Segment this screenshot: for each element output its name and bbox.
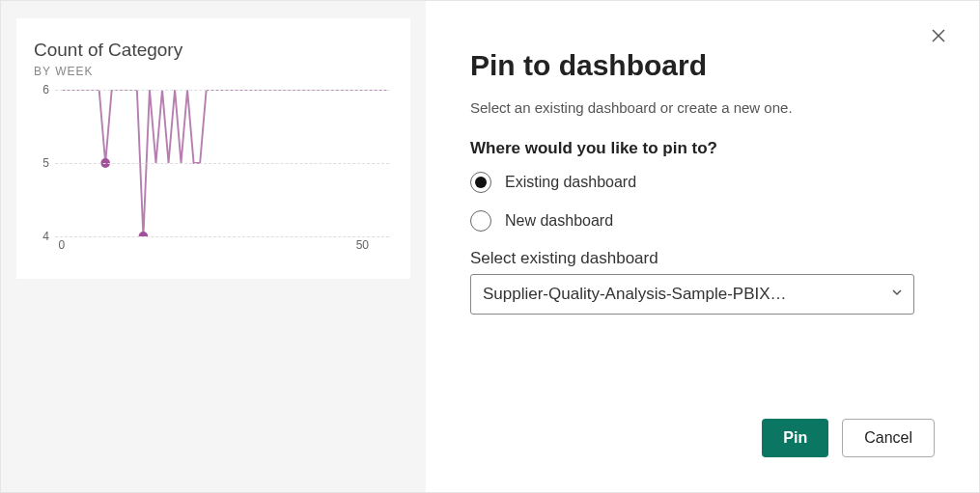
- pin-target-heading: Where would you like to pin to?: [470, 139, 935, 158]
- radio-button-icon: [470, 210, 491, 232]
- close-icon: [931, 28, 946, 43]
- dialog-subtitle: Select an existing dashboard or create a…: [470, 99, 935, 116]
- select-dashboard-label: Select existing dashboard: [470, 249, 935, 268]
- dashboard-select-value: Supplier-Quality-Analysis-Sample-PBIX…: [483, 285, 787, 303]
- gridline: [55, 236, 389, 237]
- cancel-button[interactable]: Cancel: [842, 419, 935, 457]
- radio-button-icon: [470, 172, 491, 193]
- x-axis: 0 50: [55, 238, 389, 254]
- dashboard-select[interactable]: Supplier-Quality-Analysis-Sample-PBIX…: [470, 274, 914, 315]
- pin-to-dashboard-dialog: Count of Category BY WEEK 6 5 4: [0, 0, 980, 493]
- dialog-title: Pin to dashboard: [470, 49, 935, 82]
- chart-subtitle: BY WEEK: [34, 65, 393, 78]
- chevron-down-icon: [890, 285, 904, 304]
- dialog-button-row: Pin Cancel: [762, 419, 935, 457]
- close-button[interactable]: [925, 22, 952, 49]
- y-tick: 6: [42, 83, 49, 96]
- y-tick: 4: [42, 230, 49, 243]
- chart-preview-panel: Count of Category BY WEEK 6 5 4: [1, 1, 426, 492]
- radio-existing-dashboard[interactable]: Existing dashboard: [470, 172, 935, 193]
- y-tick: 5: [42, 156, 49, 170]
- y-axis: 6 5 4: [34, 90, 51, 236]
- radio-selected-dot: [475, 177, 487, 188]
- x-tick: 0: [59, 238, 66, 252]
- chart-tile: Count of Category BY WEEK 6 5 4: [16, 18, 410, 279]
- radio-label: New dashboard: [505, 212, 613, 230]
- gridline: [55, 90, 389, 91]
- chart-title: Count of Category: [34, 40, 393, 61]
- chart-area: 6 5 4 0 50: [34, 90, 393, 254]
- radio-new-dashboard[interactable]: New dashboard: [470, 210, 935, 232]
- chart-plot: [55, 90, 389, 236]
- pin-button[interactable]: Pin: [762, 419, 828, 457]
- dialog-form-panel: Pin to dashboard Select an existing dash…: [426, 1, 979, 492]
- x-tick: 50: [356, 238, 369, 252]
- radio-label: Existing dashboard: [505, 174, 636, 191]
- gridline: [55, 163, 389, 164]
